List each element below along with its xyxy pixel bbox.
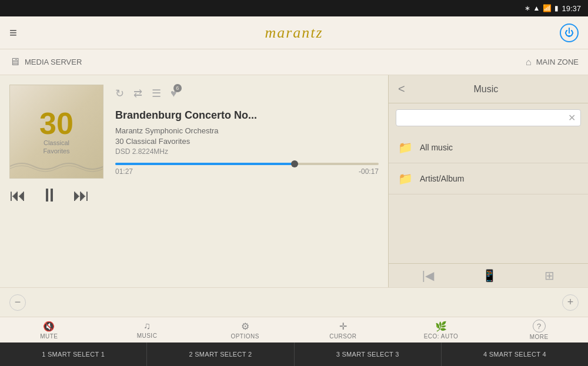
music-list: 📁 All music 📁 Artist/Album — [389, 132, 588, 263]
panel-add-queue-button[interactable]: 📱 — [482, 268, 497, 283]
function-bar: 🔇 MUTE ♫ MUSIC ⚙ OPTIONS ✛ CURSOR 🌿 ECO:… — [0, 317, 588, 343]
music-back-button[interactable]: < — [398, 82, 405, 96]
bluetooth-icon: ∗ — [524, 4, 530, 12]
controls-bar: − + — [0, 287, 588, 317]
time-elapsed: 01:27 — [115, 167, 133, 176]
header: ≡ marantz ⏻ — [0, 16, 588, 49]
list-item[interactable]: 📁 All music — [389, 132, 588, 163]
mute-icon: 🔇 — [43, 321, 55, 332]
options-button[interactable]: ⚙ OPTIONS — [196, 321, 294, 340]
nav-bar: 🖥 MEDIA SERVER ⌂ MAIN ZONE — [0, 49, 588, 75]
progress-fill — [115, 163, 295, 165]
music-panel-header: < Music — [389, 75, 588, 103]
music-panel-title: Music — [473, 84, 498, 95]
cursor-icon: ✛ — [339, 321, 347, 332]
track-artist: Marantz Symphonic Orchestra — [115, 126, 379, 135]
media-server-icon: 🖥 — [9, 56, 20, 68]
panel-add-button[interactable]: ⊞ — [544, 268, 554, 283]
next-button[interactable]: ⏭ — [73, 186, 89, 205]
favorites-badge: 6 — [173, 84, 182, 92]
album-subtitle: ClassicalFavorites — [43, 139, 69, 156]
favorites-button[interactable]: ♥ 6 — [171, 88, 177, 100]
options-label: OPTIONS — [230, 333, 259, 340]
battery-icon: ▮ — [554, 4, 559, 12]
music-search-input[interactable] — [401, 113, 568, 123]
status-time: 19:37 — [562, 4, 581, 13]
volume-minus-button[interactable]: − — [9, 294, 26, 311]
list-item[interactable]: 📁 Artist/Album — [389, 163, 588, 194]
wifi-icon: 📶 — [543, 4, 552, 12]
transport-controls: ⏮ ⏸ ⏭ — [9, 184, 379, 206]
volume-plus-button[interactable]: + — [562, 294, 579, 311]
time-remaining: -00:17 — [359, 167, 379, 176]
playback-controls-top: ↻ ⇄ ☰ ♥ 6 — [115, 87, 379, 100]
cursor-button[interactable]: ✛ CURSOR — [294, 321, 392, 340]
track-album: 30 Classical Favorites — [115, 137, 379, 146]
eco-label: ECO: AUTO — [424, 333, 459, 340]
music-panel: < Music ✕ 📁 All music 📁 Artist/Album |◀ … — [388, 75, 588, 287]
logo: marantz — [265, 24, 323, 42]
folder-icon: 📁 — [398, 140, 413, 155]
options-icon: ⚙ — [241, 321, 249, 332]
music-list-label: All music — [420, 143, 453, 152]
progress-section[interactable]: 01:27 -00:17 — [115, 163, 379, 176]
music-function-icon: ♫ — [143, 321, 151, 331]
smart-select-2[interactable]: 2 SMART SELECT 2 — [147, 343, 294, 366]
album-number: 30 — [39, 108, 74, 139]
track-info: ↻ ⇄ ☰ ♥ 6 Brandenburg Concerto No... Mar… — [115, 85, 379, 176]
smart-select-3[interactable]: 3 SMART SELECT 3 — [295, 343, 442, 366]
media-server-label: MEDIA SERVER — [25, 58, 82, 66]
home-icon: ⌂ — [526, 57, 532, 68]
mute-label: MUTE — [40, 333, 58, 340]
folder-icon: 📁 — [398, 172, 413, 186]
music-list-label: Artist/Album — [420, 174, 464, 183]
cursor-label: CURSOR — [329, 333, 356, 340]
smart-select-4[interactable]: 4 SMART SELECT 4 — [442, 343, 588, 366]
power-button[interactable]: ⏻ — [560, 23, 579, 42]
search-clear-button[interactable]: ✕ — [568, 112, 576, 123]
music-function-label: MUSIC — [137, 333, 158, 339]
repeat-button[interactable]: ↻ — [115, 87, 124, 100]
media-server-nav[interactable]: 🖥 MEDIA SERVER — [9, 56, 82, 68]
status-icons: ∗ ▲ 📶 ▮ 19:37 — [524, 4, 581, 13]
smart-bar: 1 SMART SELECT 1 2 SMART SELECT 2 3 SMAR… — [0, 343, 588, 366]
status-bar: ∗ ▲ 📶 ▮ 19:37 — [0, 0, 588, 16]
signal-icon: ▲ — [533, 4, 540, 12]
track-format: DSD 2.8224MHz — [115, 147, 379, 156]
progress-bar[interactable] — [115, 163, 379, 165]
player-top: 30 ClassicalFavorites ↻ ⇄ ☰ ♥ 6 — [9, 85, 379, 179]
more-label: MORE — [530, 334, 549, 340]
prev-button[interactable]: ⏮ — [9, 186, 26, 205]
panel-skip-start-button[interactable]: |◀ — [422, 268, 434, 283]
mute-button[interactable]: 🔇 MUTE — [0, 321, 98, 340]
main-zone-label: MAIN ZONE — [536, 58, 579, 66]
music-panel-footer: |◀ 📱 ⊞ — [389, 263, 588, 287]
more-button[interactable]: ? MORE — [490, 320, 588, 340]
main-zone-nav[interactable]: ⌂ MAIN ZONE — [526, 57, 579, 68]
music-function-button[interactable]: ♫ MUSIC — [98, 321, 196, 339]
music-search-container[interactable]: ✕ — [396, 109, 581, 126]
eco-icon: 🌿 — [435, 321, 447, 332]
main-content: 30 ClassicalFavorites ↻ ⇄ ☰ ♥ 6 — [0, 75, 588, 287]
shuffle-button[interactable]: ⇄ — [133, 87, 142, 100]
menu-button[interactable]: ≡ — [9, 25, 17, 41]
progress-times: 01:27 -00:17 — [115, 167, 379, 176]
player-section: 30 ClassicalFavorites ↻ ⇄ ☰ ♥ 6 — [0, 75, 388, 287]
play-pause-button[interactable]: ⏸ — [40, 184, 59, 206]
track-title: Brandenburg Concerto No... — [115, 109, 379, 122]
smart-select-1[interactable]: 1 SMART SELECT 1 — [0, 343, 147, 366]
power-icon: ⏻ — [564, 28, 574, 38]
album-wave — [10, 160, 103, 172]
album-art: 30 ClassicalFavorites — [9, 85, 103, 179]
progress-thumb — [291, 160, 298, 167]
eco-button[interactable]: 🌿 ECO: AUTO — [392, 321, 490, 340]
queue-button[interactable]: ☰ — [152, 87, 161, 100]
more-icon: ? — [533, 320, 546, 333]
